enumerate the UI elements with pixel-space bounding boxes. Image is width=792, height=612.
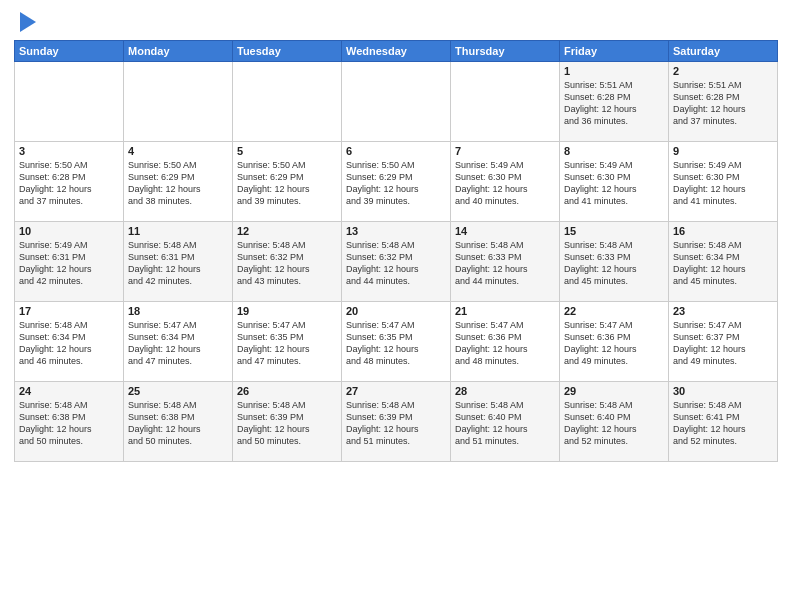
calendar-day-cell: 24Sunrise: 5:48 AM Sunset: 6:38 PM Dayli…: [15, 382, 124, 462]
weekday-header-tuesday: Tuesday: [233, 41, 342, 62]
day-info: Sunrise: 5:48 AM Sunset: 6:34 PM Dayligh…: [673, 239, 773, 288]
day-info: Sunrise: 5:48 AM Sunset: 6:33 PM Dayligh…: [564, 239, 664, 288]
calendar-day-cell: 13Sunrise: 5:48 AM Sunset: 6:32 PM Dayli…: [342, 222, 451, 302]
day-info: Sunrise: 5:48 AM Sunset: 6:38 PM Dayligh…: [128, 399, 228, 448]
weekday-header-friday: Friday: [560, 41, 669, 62]
calendar-day-cell: 25Sunrise: 5:48 AM Sunset: 6:38 PM Dayli…: [124, 382, 233, 462]
calendar-week-row: 1Sunrise: 5:51 AM Sunset: 6:28 PM Daylig…: [15, 62, 778, 142]
day-number: 12: [237, 225, 337, 237]
day-number: 23: [673, 305, 773, 317]
day-info: Sunrise: 5:47 AM Sunset: 6:37 PM Dayligh…: [673, 319, 773, 368]
day-number: 24: [19, 385, 119, 397]
day-number: 15: [564, 225, 664, 237]
day-info: Sunrise: 5:48 AM Sunset: 6:34 PM Dayligh…: [19, 319, 119, 368]
calendar-day-cell: 6Sunrise: 5:50 AM Sunset: 6:29 PM Daylig…: [342, 142, 451, 222]
day-info: Sunrise: 5:49 AM Sunset: 6:30 PM Dayligh…: [455, 159, 555, 208]
calendar-day-cell: 3Sunrise: 5:50 AM Sunset: 6:28 PM Daylig…: [15, 142, 124, 222]
weekday-header-sunday: Sunday: [15, 41, 124, 62]
day-number: 29: [564, 385, 664, 397]
day-number: 22: [564, 305, 664, 317]
day-number: 18: [128, 305, 228, 317]
day-number: 20: [346, 305, 446, 317]
calendar-day-cell: 9Sunrise: 5:49 AM Sunset: 6:30 PM Daylig…: [669, 142, 778, 222]
day-number: 1: [564, 65, 664, 77]
day-number: 13: [346, 225, 446, 237]
calendar-day-cell: 19Sunrise: 5:47 AM Sunset: 6:35 PM Dayli…: [233, 302, 342, 382]
day-number: 9: [673, 145, 773, 157]
day-info: Sunrise: 5:49 AM Sunset: 6:30 PM Dayligh…: [564, 159, 664, 208]
calendar-day-cell: 28Sunrise: 5:48 AM Sunset: 6:40 PM Dayli…: [451, 382, 560, 462]
calendar-table: SundayMondayTuesdayWednesdayThursdayFrid…: [14, 40, 778, 462]
day-number: 16: [673, 225, 773, 237]
calendar-day-cell: 18Sunrise: 5:47 AM Sunset: 6:34 PM Dayli…: [124, 302, 233, 382]
calendar-week-row: 24Sunrise: 5:48 AM Sunset: 6:38 PM Dayli…: [15, 382, 778, 462]
day-info: Sunrise: 5:47 AM Sunset: 6:35 PM Dayligh…: [237, 319, 337, 368]
calendar-day-cell: [124, 62, 233, 142]
calendar-day-cell: 1Sunrise: 5:51 AM Sunset: 6:28 PM Daylig…: [560, 62, 669, 142]
day-info: Sunrise: 5:51 AM Sunset: 6:28 PM Dayligh…: [673, 79, 773, 128]
day-number: 6: [346, 145, 446, 157]
weekday-header-thursday: Thursday: [451, 41, 560, 62]
header: [14, 10, 778, 32]
calendar-day-cell: 10Sunrise: 5:49 AM Sunset: 6:31 PM Dayli…: [15, 222, 124, 302]
day-number: 26: [237, 385, 337, 397]
day-number: 2: [673, 65, 773, 77]
calendar-week-row: 3Sunrise: 5:50 AM Sunset: 6:28 PM Daylig…: [15, 142, 778, 222]
day-info: Sunrise: 5:48 AM Sunset: 6:40 PM Dayligh…: [564, 399, 664, 448]
day-info: Sunrise: 5:48 AM Sunset: 6:32 PM Dayligh…: [237, 239, 337, 288]
calendar-day-cell: 2Sunrise: 5:51 AM Sunset: 6:28 PM Daylig…: [669, 62, 778, 142]
calendar-day-cell: [233, 62, 342, 142]
calendar-day-cell: 17Sunrise: 5:48 AM Sunset: 6:34 PM Dayli…: [15, 302, 124, 382]
day-number: 8: [564, 145, 664, 157]
calendar-day-cell: 15Sunrise: 5:48 AM Sunset: 6:33 PM Dayli…: [560, 222, 669, 302]
calendar-day-cell: 23Sunrise: 5:47 AM Sunset: 6:37 PM Dayli…: [669, 302, 778, 382]
day-info: Sunrise: 5:48 AM Sunset: 6:40 PM Dayligh…: [455, 399, 555, 448]
calendar-week-row: 17Sunrise: 5:48 AM Sunset: 6:34 PM Dayli…: [15, 302, 778, 382]
calendar-week-row: 10Sunrise: 5:49 AM Sunset: 6:31 PM Dayli…: [15, 222, 778, 302]
calendar-header-row: SundayMondayTuesdayWednesdayThursdayFrid…: [15, 41, 778, 62]
calendar-day-cell: 16Sunrise: 5:48 AM Sunset: 6:34 PM Dayli…: [669, 222, 778, 302]
calendar-day-cell: 14Sunrise: 5:48 AM Sunset: 6:33 PM Dayli…: [451, 222, 560, 302]
day-number: 21: [455, 305, 555, 317]
weekday-header-monday: Monday: [124, 41, 233, 62]
calendar-day-cell: [15, 62, 124, 142]
day-number: 4: [128, 145, 228, 157]
day-number: 5: [237, 145, 337, 157]
day-info: Sunrise: 5:48 AM Sunset: 6:33 PM Dayligh…: [455, 239, 555, 288]
page: SundayMondayTuesdayWednesdayThursdayFrid…: [0, 0, 792, 612]
day-info: Sunrise: 5:48 AM Sunset: 6:39 PM Dayligh…: [237, 399, 337, 448]
day-number: 10: [19, 225, 119, 237]
day-number: 28: [455, 385, 555, 397]
logo: [14, 10, 36, 32]
day-number: 3: [19, 145, 119, 157]
calendar-day-cell: 29Sunrise: 5:48 AM Sunset: 6:40 PM Dayli…: [560, 382, 669, 462]
weekday-header-wednesday: Wednesday: [342, 41, 451, 62]
calendar-day-cell: 21Sunrise: 5:47 AM Sunset: 6:36 PM Dayli…: [451, 302, 560, 382]
day-info: Sunrise: 5:48 AM Sunset: 6:39 PM Dayligh…: [346, 399, 446, 448]
day-number: 7: [455, 145, 555, 157]
weekday-header-saturday: Saturday: [669, 41, 778, 62]
day-info: Sunrise: 5:47 AM Sunset: 6:36 PM Dayligh…: [564, 319, 664, 368]
day-info: Sunrise: 5:47 AM Sunset: 6:34 PM Dayligh…: [128, 319, 228, 368]
calendar-day-cell: [451, 62, 560, 142]
day-number: 11: [128, 225, 228, 237]
day-info: Sunrise: 5:48 AM Sunset: 6:32 PM Dayligh…: [346, 239, 446, 288]
calendar-day-cell: 11Sunrise: 5:48 AM Sunset: 6:31 PM Dayli…: [124, 222, 233, 302]
day-info: Sunrise: 5:49 AM Sunset: 6:30 PM Dayligh…: [673, 159, 773, 208]
calendar-day-cell: 26Sunrise: 5:48 AM Sunset: 6:39 PM Dayli…: [233, 382, 342, 462]
day-info: Sunrise: 5:50 AM Sunset: 6:29 PM Dayligh…: [128, 159, 228, 208]
day-number: 30: [673, 385, 773, 397]
calendar-day-cell: [342, 62, 451, 142]
day-number: 27: [346, 385, 446, 397]
day-number: 14: [455, 225, 555, 237]
day-number: 19: [237, 305, 337, 317]
calendar-day-cell: 4Sunrise: 5:50 AM Sunset: 6:29 PM Daylig…: [124, 142, 233, 222]
day-info: Sunrise: 5:50 AM Sunset: 6:28 PM Dayligh…: [19, 159, 119, 208]
calendar-day-cell: 12Sunrise: 5:48 AM Sunset: 6:32 PM Dayli…: [233, 222, 342, 302]
day-info: Sunrise: 5:48 AM Sunset: 6:31 PM Dayligh…: [128, 239, 228, 288]
calendar-day-cell: 27Sunrise: 5:48 AM Sunset: 6:39 PM Dayli…: [342, 382, 451, 462]
day-info: Sunrise: 5:48 AM Sunset: 6:38 PM Dayligh…: [19, 399, 119, 448]
day-number: 25: [128, 385, 228, 397]
calendar-day-cell: 8Sunrise: 5:49 AM Sunset: 6:30 PM Daylig…: [560, 142, 669, 222]
day-info: Sunrise: 5:48 AM Sunset: 6:41 PM Dayligh…: [673, 399, 773, 448]
